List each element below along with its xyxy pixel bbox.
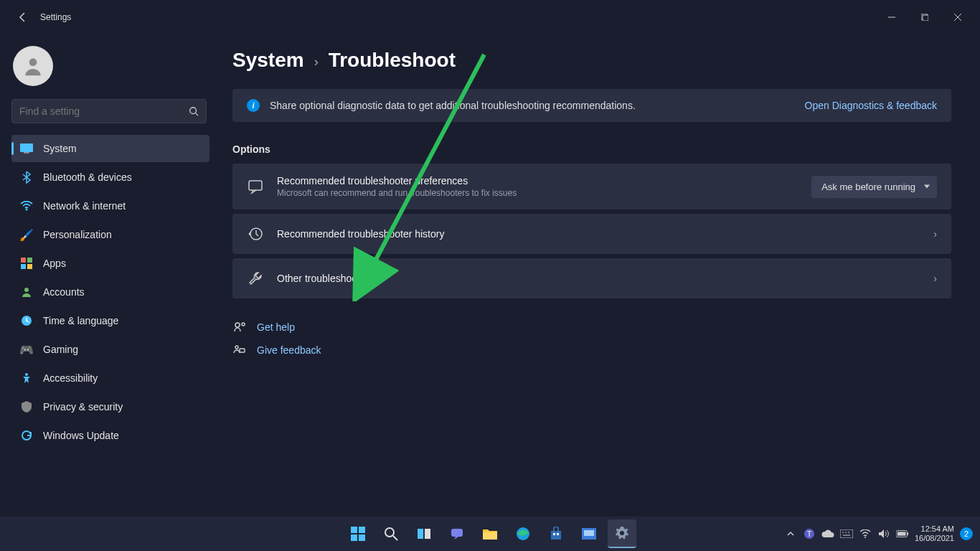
nav-label: Accounts [43, 286, 85, 298]
back-button[interactable] [16, 10, 30, 24]
personalization-icon: 🖌️ [20, 228, 33, 241]
svg-point-15 [24, 288, 29, 292]
search-button[interactable] [377, 519, 405, 548]
notification-badge[interactable]: 2 [960, 527, 973, 540]
card-recommended-preferences[interactable]: Recommended troubleshooter preferences M… [232, 164, 951, 209]
nav-label: Bluetooth & devices [43, 171, 132, 183]
keyboard-tray-icon[interactable] [840, 527, 853, 540]
bluetooth-icon [20, 171, 33, 184]
chevron-right-icon: › [933, 273, 937, 284]
nav-list: System Bluetooth & devices Network & int… [6, 135, 215, 451]
wifi-tray-icon[interactable] [859, 527, 872, 540]
link-label: Get help [257, 321, 295, 333]
nav-label: System [43, 143, 77, 154]
close-button[interactable] [941, 6, 974, 29]
nav-label: Apps [43, 258, 66, 269]
svg-text:T: T [807, 530, 811, 538]
svg-point-5 [29, 58, 37, 66]
taskbar: T 12:54 AM 16/08/2021 2 [0, 517, 980, 551]
nav-personalization[interactable]: 🖌️ Personalization [11, 221, 209, 248]
volume-tray-icon[interactable] [877, 527, 890, 540]
search-input[interactable] [19, 105, 180, 117]
svg-rect-12 [27, 258, 32, 263]
svg-rect-13 [21, 264, 26, 269]
svg-rect-2 [923, 15, 928, 21]
store-button[interactable] [542, 519, 570, 548]
nav-privacy[interactable]: Privacy & security [11, 393, 209, 420]
svg-rect-9 [24, 152, 29, 154]
info-text: Share optional diagnostic data to get ad… [270, 100, 795, 111]
svg-point-10 [26, 209, 28, 211]
search-input-wrap[interactable] [11, 99, 207, 123]
svg-line-30 [393, 536, 397, 540]
battery-tray-icon[interactable] [896, 527, 909, 540]
nav-system[interactable]: System [11, 135, 209, 162]
taskview-button[interactable] [410, 519, 438, 548]
help-icon [232, 321, 247, 334]
maximize-button[interactable] [908, 6, 941, 29]
preferences-dropdown[interactable]: Ask me before running [811, 176, 937, 198]
svg-line-7 [196, 113, 199, 116]
nav-accounts[interactable]: Accounts [11, 278, 209, 306]
svg-rect-14 [27, 264, 32, 269]
svg-rect-8 [20, 143, 33, 152]
svg-rect-37 [553, 533, 555, 535]
svg-point-22 [235, 346, 238, 349]
svg-point-21 [242, 323, 245, 326]
accessibility-icon [20, 372, 33, 385]
svg-rect-44 [840, 529, 853, 538]
svg-rect-36 [551, 531, 561, 540]
nav-accessibility[interactable]: Accessibility [11, 364, 209, 392]
card-other-troubleshooters[interactable]: Other troubleshooters › [232, 258, 951, 298]
edge-button[interactable] [509, 519, 537, 548]
profile-block[interactable] [6, 40, 215, 99]
title-bar: Settings [0, 0, 980, 34]
breadcrumb-parent[interactable]: System [232, 49, 304, 72]
svg-rect-52 [897, 532, 906, 535]
start-button[interactable] [344, 519, 372, 548]
settings-button[interactable] [608, 519, 636, 548]
nav-label: Privacy & security [43, 401, 123, 413]
svg-rect-32 [425, 529, 430, 539]
info-bar: i Share optional diagnostic data to get … [232, 89, 951, 122]
search-icon [189, 106, 199, 116]
card-title: Other troubleshooters [277, 273, 920, 284]
give-feedback-link[interactable]: Give feedback [232, 339, 951, 362]
explorer-button[interactable] [476, 519, 504, 548]
breadcrumb: System › Troubleshoot [232, 49, 951, 72]
card-troubleshooter-history[interactable]: Recommended troubleshooter history › [232, 214, 951, 254]
nav-gaming[interactable]: 🎮 Gaming [11, 336, 209, 363]
card-title: Recommended troubleshooter history [277, 228, 920, 240]
app-button[interactable] [575, 519, 603, 548]
sidebar: System Bluetooth & devices Network & int… [0, 34, 215, 517]
card-title: Recommended troubleshooter preferences [277, 175, 798, 187]
svg-rect-33 [451, 529, 463, 537]
svg-point-49 [864, 537, 866, 538]
feedback-icon [232, 344, 247, 357]
svg-point-29 [385, 528, 394, 537]
tray-chevron-icon[interactable] [784, 527, 797, 540]
info-icon: i [247, 99, 260, 112]
privacy-icon [20, 400, 33, 413]
nav-label: Gaming [43, 344, 78, 355]
nav-label: Accessibility [43, 372, 98, 384]
chat-button[interactable] [443, 519, 471, 548]
chat-icon [247, 178, 264, 195]
svg-rect-51 [907, 532, 908, 535]
svg-rect-27 [351, 534, 357, 541]
onedrive-tray-icon[interactable] [821, 527, 834, 540]
minimize-button[interactable] [875, 6, 908, 29]
nav-time[interactable]: Time & language [11, 307, 209, 334]
open-diagnostics-link[interactable]: Open Diagnostics & feedback [805, 100, 937, 111]
nav-network[interactable]: Network & internet [11, 192, 209, 220]
clock[interactable]: 12:54 AM 16/08/2021 [915, 524, 954, 543]
nav-apps[interactable]: Apps [11, 250, 209, 277]
teams-tray-icon[interactable]: T [803, 527, 816, 540]
nav-update[interactable]: Windows Update [11, 422, 209, 449]
history-icon [247, 225, 264, 242]
chevron-right-icon: › [314, 55, 319, 70]
nav-bluetooth[interactable]: Bluetooth & devices [11, 164, 209, 191]
get-help-link[interactable]: Get help [232, 316, 951, 339]
svg-rect-28 [359, 534, 365, 541]
link-label: Give feedback [257, 344, 321, 356]
